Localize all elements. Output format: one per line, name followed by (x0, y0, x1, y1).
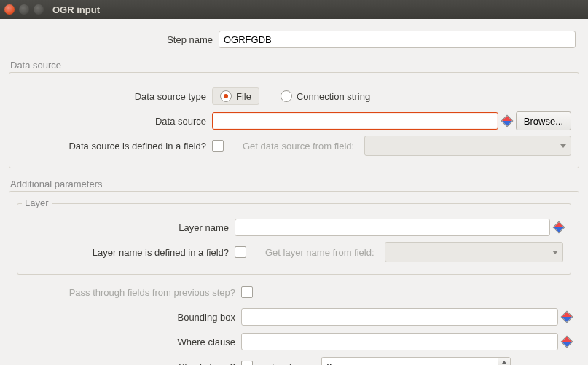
radio-file-label: File (236, 91, 251, 102)
limit-spinner[interactable] (321, 357, 511, 366)
layer-legend: Layer (22, 197, 52, 208)
radio-conn-label: Connection string (297, 91, 370, 102)
chevron-down-icon (552, 251, 558, 254)
limit-input[interactable] (321, 357, 498, 365)
data-source-section-label: Data source (10, 60, 579, 71)
data-source-fromfield-label: Get data source from field: (228, 141, 360, 152)
where-label: Where clause (17, 337, 241, 348)
additional-section-label: Additional parameters (10, 178, 579, 189)
layer-name-label: Layer name (25, 222, 235, 233)
data-source-type-row: Data source type File Connection string (17, 86, 571, 106)
data-source-fromfield-select (364, 136, 571, 156)
titlebar: OGR input (0, 0, 588, 19)
where-input[interactable] (241, 333, 558, 350)
data-source-infield-checkbox[interactable] (212, 140, 224, 152)
bbox-label: Bounding box (17, 312, 241, 323)
layer-name-input[interactable] (235, 219, 550, 236)
browse-button[interactable]: Browse... (516, 111, 571, 130)
limit-label: Limit size (257, 361, 317, 366)
data-source-infield-label: Data source is defined in a field? (17, 141, 212, 152)
bbox-row: Bounding box (17, 307, 571, 327)
data-source-input[interactable] (212, 112, 498, 130)
radio-circle-icon (281, 90, 292, 102)
passthrough-row: Pass through fields from previous step? (17, 282, 571, 302)
window-title: OGR input (52, 4, 100, 15)
data-source-row: Data source Browse... (17, 111, 571, 131)
spinner-up-icon[interactable] (498, 358, 510, 366)
variable-icon[interactable] (562, 313, 571, 321)
layer-name-row: Layer name (25, 217, 563, 238)
variable-icon[interactable] (554, 223, 563, 232)
content-area: Step name Data source Data source type F… (0, 19, 588, 365)
skip-checkbox[interactable] (241, 361, 253, 365)
layer-infield-label: Layer name is defined in a field? (25, 247, 235, 258)
data-source-group: Data source type File Connection string … (9, 72, 579, 168)
layer-fromfield-label: Get layer name from field: (251, 247, 380, 258)
dialog-window: OGR input Step name Data source Data sou… (0, 0, 588, 365)
radio-dot-icon (220, 90, 232, 102)
step-name-input[interactable] (219, 31, 576, 48)
passthrough-label: Pass through fields from previous step? (17, 287, 241, 298)
layer-infield-checkbox[interactable] (235, 246, 246, 258)
layer-fromfield-select (385, 242, 563, 262)
data-source-infield-row: Data source is defined in a field? Get d… (17, 136, 571, 156)
radio-file[interactable]: File (212, 87, 259, 105)
passthrough-checkbox[interactable] (241, 286, 253, 298)
layer-group: Layer Layer name Layer name is defined i… (17, 203, 571, 275)
radio-connection-string[interactable]: Connection string (273, 87, 378, 105)
skip-limit-row: Skip failures? Limit size (17, 356, 571, 365)
where-row: Where clause (17, 331, 571, 352)
skip-label: Skip failures? (17, 361, 241, 366)
layer-infield-row: Layer name is defined in a field? Get la… (25, 242, 563, 262)
close-icon[interactable] (4, 4, 15, 15)
variable-icon[interactable] (562, 337, 571, 346)
minimize-icon[interactable] (19, 4, 29, 15)
bbox-input[interactable] (241, 308, 558, 326)
step-name-label: Step name (9, 34, 219, 45)
additional-group: Layer Layer name Layer name is defined i… (9, 191, 579, 365)
chevron-down-icon (560, 144, 566, 148)
step-name-row: Step name (9, 29, 579, 50)
variable-icon[interactable] (503, 117, 511, 125)
maximize-icon[interactable] (34, 4, 44, 15)
data-source-label: Data source (17, 116, 212, 127)
data-source-type-label: Data source type (17, 91, 212, 102)
